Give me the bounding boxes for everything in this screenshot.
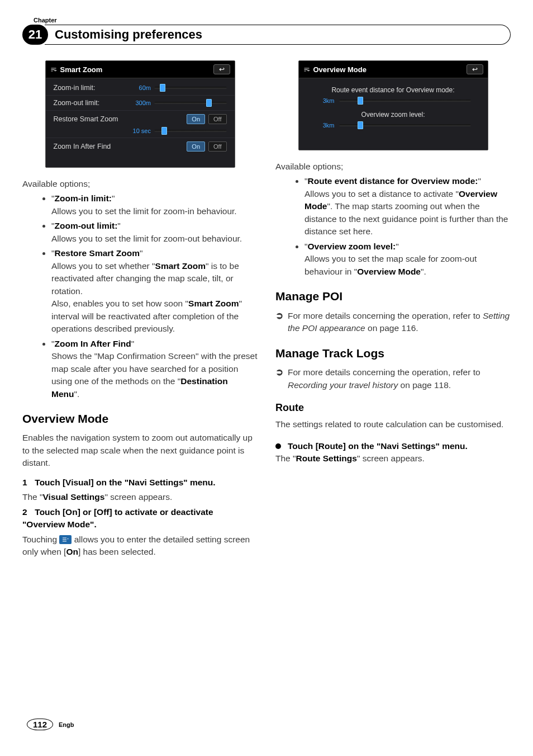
opt-zoom-after-find-desc: Shows the "Map Confirmation Screen" with…	[51, 350, 258, 400]
reference-arrow-icon: ➲	[275, 310, 283, 335]
title-row: 21 Customising preferences	[22, 25, 511, 45]
overview-mode-intro: Enables the navigation system to zoom ou…	[22, 432, 258, 469]
smart-zoom-screenshot: Smart Zoom ↩ Zoom-in limit: 60m Zoom-out…	[45, 60, 235, 168]
settings-icon	[303, 66, 310, 73]
list-item: "Route event distance for Overview mode:…	[304, 175, 511, 238]
opt-zoom-after-find-head: Zoom In After Find	[55, 339, 131, 348]
list-item: "Zoom-in limit:" Allows you to set the l…	[51, 192, 258, 218]
zoom-in-limit-row[interactable]: Zoom-in limit: 60m	[46, 81, 235, 95]
restore-interval-slider[interactable]	[154, 130, 227, 132]
restore-interval-value: 10 sec	[132, 127, 151, 134]
list-item: "Restore Smart Zoom" Allows you to set w…	[51, 247, 258, 335]
page-title: Customising preferences	[55, 27, 202, 42]
zoom-out-limit-value: 300m	[132, 100, 151, 106]
available-options-right: Available options;	[275, 160, 511, 173]
overview-zoom-level-caption: Overview zoom level:	[299, 111, 488, 119]
page-footer: 112 Engb	[27, 719, 74, 730]
overview-zoom-level-row[interactable]: 3km	[299, 121, 488, 135]
title-pill: Customising preferences	[45, 25, 511, 45]
chapter-number-badge: 21	[22, 25, 48, 45]
restore-smart-zoom-row: Restore Smart Zoom On Off	[46, 110, 235, 127]
opt-route-event-desc: Allows you to set a distance to activate…	[304, 188, 511, 238]
restore-interval-row[interactable]: 10 sec	[46, 127, 235, 138]
opt-zoom-in-head: Zoom-in limit:	[55, 193, 112, 203]
list-item: "Overview zoom level:" Allows you to set…	[304, 240, 511, 278]
step-1: 1 Touch [Visual] on the "Navi Settings" …	[22, 476, 258, 489]
reference-arrow-icon: ➲	[275, 366, 283, 391]
manage-poi-ref: ➲ For more details concerning the operat…	[275, 310, 511, 335]
zoom-out-limit-slider[interactable]	[154, 102, 227, 104]
zoom-out-limit-row[interactable]: Zoom-out limit: 300m	[46, 95, 235, 110]
zoom-after-find-row: Zoom In After Find On Off	[46, 138, 235, 155]
overview-zoom-level-slider[interactable]	[339, 124, 471, 126]
route-intro: The settings related to route calculatio…	[275, 418, 511, 431]
zoom-after-find-label: Zoom In After Find	[54, 143, 182, 150]
route-heading: Route	[275, 400, 511, 415]
manage-track-logs-heading: Manage Track Logs	[275, 345, 511, 362]
back-icon: ↩	[472, 65, 478, 73]
bullet-dot-icon	[275, 443, 281, 449]
route-event-distance-row[interactable]: 3km	[299, 96, 488, 111]
opt-zoom-out-desc: Allows you to set the limit for zoom-out…	[51, 233, 258, 245]
detail-settings-icon	[59, 535, 72, 544]
zoom-out-limit-label: Zoom-out limit:	[54, 99, 126, 107]
route-event-distance-slider[interactable]	[339, 100, 471, 102]
route-step: Touch [Route] on the "Navi Settings" men…	[275, 440, 511, 452]
opt-zoom-out-head: Zoom-out limit:	[55, 221, 118, 230]
restore-off-button[interactable]: Off	[208, 114, 226, 124]
back-button[interactable]: ↩	[213, 64, 230, 74]
zoom-in-limit-slider[interactable]	[154, 87, 227, 89]
opt-restore-desc2: Also, enables you to set how soon "Smart…	[51, 297, 258, 335]
route-event-distance-caption: Route event distance for Overview mode:	[299, 86, 488, 94]
smart-zoom-title: Smart Zoom	[60, 65, 103, 74]
overview-zoom-level-value: 3km	[316, 122, 335, 129]
opt-zoom-level-desc: Allows you to set the map scale for zoom…	[304, 253, 511, 278]
step-2: 2 Touch [On] or [Off] to activate or dea…	[22, 506, 258, 531]
step-2-result: Touching allows you to enter the detaile…	[22, 533, 258, 559]
page-number: 112	[27, 719, 53, 730]
zoom-after-find-off-button[interactable]: Off	[208, 141, 226, 152]
overview-mode-heading: Overview Mode	[22, 410, 258, 427]
language-code: Engb	[59, 721, 74, 728]
zoom-in-limit-value: 60m	[132, 84, 151, 91]
zoom-in-limit-label: Zoom-in limit:	[54, 84, 126, 92]
back-button[interactable]: ↩	[467, 64, 483, 74]
opt-restore-head: Restore Smart Zoom	[55, 248, 140, 258]
opt-zoom-in-desc: Allows you to set the limit for zoom-in …	[51, 205, 258, 218]
settings-icon	[50, 66, 57, 73]
opt-restore-desc1: Allows you to set whether "Smart Zoom" i…	[51, 260, 258, 297]
back-icon: ↩	[219, 65, 225, 73]
opt-zoom-level-head: Overview zoom level:	[308, 242, 396, 251]
restore-on-button[interactable]: On	[187, 114, 205, 124]
step-1-result: The "Visual Settings" screen appears.	[22, 491, 258, 503]
zoom-after-find-on-button[interactable]: On	[187, 141, 205, 152]
overview-mode-screenshot: Overview Mode ↩ Route event distance for…	[298, 60, 488, 150]
available-options-left: Available options;	[22, 178, 258, 190]
route-step-result: The "Route Settings" screen appears.	[275, 452, 511, 465]
list-item: "Zoom-out limit:" Allows you to set the …	[51, 220, 258, 245]
route-event-distance-value: 3km	[316, 97, 335, 104]
manage-poi-heading: Manage POI	[275, 288, 511, 305]
opt-route-event-head: Route event distance for Overview mode:	[308, 176, 478, 186]
manage-track-ref: ➲ For more details concerning the operat…	[275, 366, 511, 391]
restore-smart-zoom-label: Restore Smart Zoom	[54, 115, 182, 123]
chapter-label: Chapter	[34, 17, 511, 23]
list-item: "Zoom In After Find" Shows the "Map Conf…	[51, 338, 258, 400]
overview-mode-shot-title: Overview Mode	[313, 65, 367, 74]
